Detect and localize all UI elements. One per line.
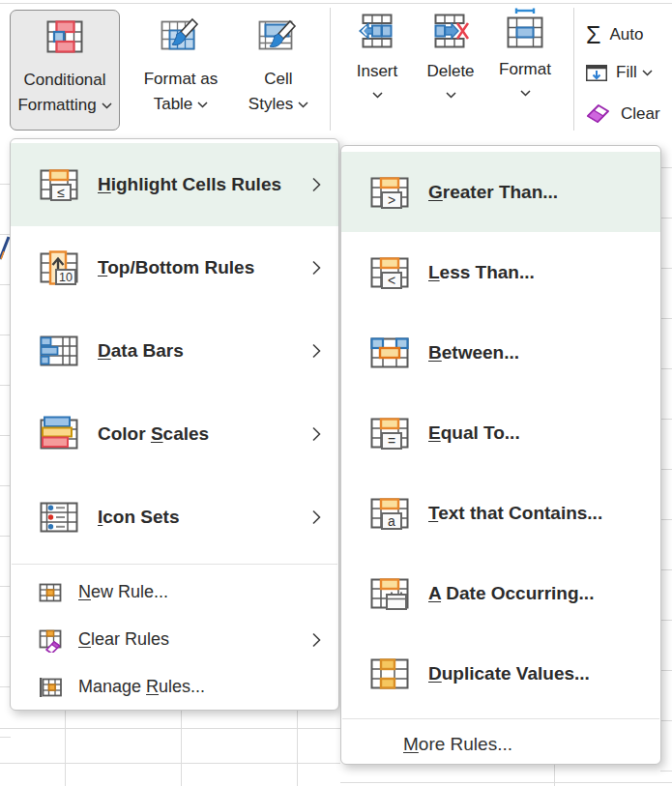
chevron-right-icon <box>312 260 321 276</box>
submenu-item-greater-than[interactable]: > Greater Than... <box>341 152 660 232</box>
worksheet-gridline <box>554 764 555 786</box>
format-as-table-label-line1: Format as <box>144 67 219 92</box>
menu-item-label: Clear Rules <box>78 629 169 650</box>
menu-item-highlight-cells-rules[interactable]: ≤ Highlight Cells Rules <box>11 143 338 226</box>
insert-button[interactable]: Insert <box>344 12 410 130</box>
menu-item-manage-rules[interactable]: Manage Rules... <box>11 663 338 711</box>
svg-text:>: > <box>388 191 395 207</box>
clear-rules-icon <box>38 627 63 653</box>
text-that-contains-icon: a <box>368 492 411 535</box>
delete-icon <box>431 12 470 50</box>
format-button[interactable]: Format <box>490 8 560 130</box>
sigma-icon: Σ <box>586 21 600 48</box>
menu-item-top-bottom-rules[interactable]: 10 Top/Bottom Rules <box>11 226 338 309</box>
chevron-right-icon <box>312 632 321 648</box>
submenu-item-label: Between... <box>428 342 519 364</box>
clear-eraser-icon <box>586 102 612 125</box>
svg-text:<: < <box>388 272 395 287</box>
svg-text:10: 10 <box>59 271 73 284</box>
submenu-item-equal-to[interactable]: = Equal To... <box>341 393 660 473</box>
svg-text:≤: ≤ <box>57 185 65 200</box>
submenu-item-label: Greater Than... <box>428 182 558 203</box>
conditional-formatting-label-line1: Conditional <box>23 68 105 93</box>
submenu-item-duplicate-values[interactable]: Duplicate Values... <box>341 633 660 713</box>
submenu-item-label: Duplicate Values... <box>428 663 590 684</box>
conditional-formatting-menu: ≤ Highlight Cells Rules 10 Top/Bottom Ru… <box>10 138 339 711</box>
chevron-down-icon <box>520 90 531 97</box>
chevron-down-icon <box>642 70 653 76</box>
submenu-separator <box>342 718 659 719</box>
chevron-down-icon <box>446 92 456 99</box>
menu-item-label: Data Bars <box>98 340 184 362</box>
submenu-item-label: Equal To... <box>428 422 520 444</box>
chevron-right-icon <box>312 509 321 525</box>
format-as-table-icon <box>160 17 202 56</box>
chevron-down-icon <box>102 102 112 109</box>
worksheet-gridline <box>297 711 298 786</box>
conditional-formatting-button[interactable]: Conditional Formatting <box>10 10 120 131</box>
autosum-label: Auto <box>609 25 643 44</box>
delete-button[interactable]: Delete <box>418 12 483 130</box>
conditional-formatting-icon <box>45 19 84 54</box>
new-rule-icon <box>38 580 63 605</box>
format-as-table-button[interactable]: Format as Table <box>128 10 234 131</box>
data-bars-icon <box>38 330 80 372</box>
color-scales-icon <box>38 413 80 455</box>
duplicate-values-icon <box>368 653 411 695</box>
submenu-item-label: A Date Occurring... <box>428 583 594 604</box>
ribbon-group-divider <box>573 8 574 131</box>
submenu-item-label: Less Than... <box>428 262 535 283</box>
greater-than-icon: > <box>368 171 411 214</box>
ribbon-group-divider <box>330 8 331 131</box>
submenu-item-label: Text that Contains... <box>428 503 602 524</box>
top-bottom-rules-icon: 10 <box>38 247 80 289</box>
delete-label: Delete <box>426 59 474 84</box>
autosum-button[interactable]: Σ Auto <box>586 21 672 48</box>
fill-icon <box>586 65 607 81</box>
menu-item-icon-sets[interactable]: Icon Sets <box>11 476 338 559</box>
manage-rules-icon <box>38 675 63 700</box>
highlight-cells-rules-submenu: > Greater Than... < Less Than... <box>340 145 661 765</box>
submenu-item-more-rules[interactable]: More Rules... <box>341 723 660 766</box>
menu-item-label: Manage Rules... <box>78 677 205 697</box>
submenu-item-between[interactable]: Between... <box>341 312 660 393</box>
submenu-item-less-than[interactable]: < Less Than... <box>341 232 660 312</box>
submenu-item-text-that-contains[interactable]: a Text that Contains... <box>341 473 660 553</box>
cell-styles-button[interactable]: Cell Styles <box>235 10 322 131</box>
menu-item-label: Color Scales <box>98 423 209 445</box>
between-icon <box>368 332 411 374</box>
menu-item-new-rule[interactable]: New Rule... <box>11 568 338 616</box>
menu-item-label: Highlight Cells Rules <box>98 174 281 195</box>
menu-separator <box>12 564 337 565</box>
fill-label: Fill <box>616 63 637 82</box>
less-than-icon: < <box>368 251 411 294</box>
menu-item-label: Icon Sets <box>98 507 179 528</box>
chevron-right-icon <box>312 177 321 192</box>
format-as-table-label-line2: Table <box>154 92 193 117</box>
equal-to-icon: = <box>368 412 411 454</box>
format-icon <box>506 8 544 50</box>
worksheet-gridline <box>0 728 340 729</box>
chevron-down-icon <box>197 102 208 108</box>
chevron-right-icon <box>312 343 321 359</box>
clear-button[interactable]: Clear <box>586 102 672 125</box>
fill-button[interactable]: Fill <box>586 63 672 82</box>
menu-item-color-scales[interactable]: Color Scales <box>11 393 338 476</box>
highlight-cells-rules-icon: ≤ <box>38 163 80 206</box>
submenu-item-a-date-occurring[interactable]: A Date Occurring... <box>341 553 660 633</box>
insert-label: Insert <box>357 59 398 84</box>
clear-label: Clear <box>621 104 660 124</box>
worksheet-gridlines-right <box>660 118 672 771</box>
svg-text:=: = <box>388 432 395 448</box>
svg-text:a: a <box>388 512 395 528</box>
worksheet-gridline <box>0 763 340 764</box>
a-date-occurring-icon <box>368 572 411 615</box>
menu-item-data-bars[interactable]: Data Bars <box>11 309 338 393</box>
chevron-right-icon <box>312 426 321 442</box>
conditional-formatting-label-line2: Formatting <box>17 93 96 118</box>
menu-item-label: New Rule... <box>78 582 168 602</box>
menu-item-clear-rules[interactable]: Clear Rules <box>11 616 338 663</box>
chevron-down-icon <box>372 92 383 99</box>
worksheet-gridline <box>65 711 66 786</box>
worksheet-gridline <box>340 782 672 783</box>
